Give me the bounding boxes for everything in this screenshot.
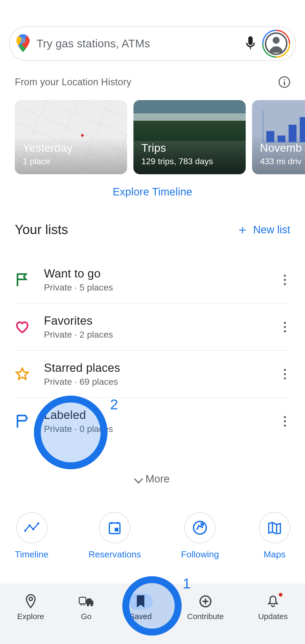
info-icon[interactable] xyxy=(279,76,290,88)
list-item-title: Starred places xyxy=(44,361,265,374)
shortcut-label: Timeline xyxy=(15,549,48,560)
notification-dot-icon xyxy=(279,593,282,597)
timeline-card-trips[interactable]: Trips 129 trips, 783 days xyxy=(133,100,246,174)
list-item-title: Want to go xyxy=(44,267,265,280)
list-item-favorites[interactable]: Favorites Private · 2 places xyxy=(15,303,290,351)
list-item-starred[interactable]: Starred places Private · 69 places xyxy=(15,351,290,398)
nav-updates[interactable]: Updates xyxy=(258,593,288,621)
explore-timeline-link[interactable]: Explore Timeline xyxy=(0,186,305,198)
location-history-caption: From your Location History xyxy=(15,77,131,88)
svg-point-8 xyxy=(194,521,206,534)
card-title: Trips xyxy=(141,142,238,154)
search-input[interactable] xyxy=(37,37,239,50)
flag-icon xyxy=(15,272,30,287)
card-subtitle: 129 trips, 783 days xyxy=(141,156,238,166)
following-icon xyxy=(184,512,216,543)
card-title: Yesterday xyxy=(23,142,119,154)
card-subtitle: 433 mi driv xyxy=(260,156,305,166)
explore-pin-icon xyxy=(25,593,37,609)
nav-label: Updates xyxy=(258,612,288,621)
maps-pin-icon xyxy=(16,34,30,53)
shortcut-label: Following xyxy=(181,549,219,560)
svg-point-12 xyxy=(90,604,93,606)
nav-label: Explore xyxy=(17,612,44,621)
timeline-icon xyxy=(16,512,47,543)
svg-point-1 xyxy=(21,38,25,43)
nav-label: Go xyxy=(81,612,92,621)
heart-icon xyxy=(15,320,30,334)
calendar-icon xyxy=(99,512,130,543)
bar-chart-icon xyxy=(263,111,305,142)
map-icon xyxy=(259,512,290,543)
your-lists-heading: Your lists xyxy=(15,222,68,237)
bell-icon xyxy=(267,593,279,609)
star-icon xyxy=(15,367,30,382)
timeline-cards-row[interactable]: Yesterday 1 place Trips 129 trips, 783 d… xyxy=(15,100,305,174)
chevron-down-icon xyxy=(134,475,143,484)
more-options-button[interactable] xyxy=(280,416,290,427)
shortcut-maps[interactable]: Maps xyxy=(259,512,290,560)
transit-icon xyxy=(79,593,94,609)
list-item-subtitle: Private · 69 places xyxy=(44,377,265,387)
shortcut-reservations[interactable]: Reservations xyxy=(88,512,141,560)
card-title: Novemb xyxy=(260,142,305,154)
voice-search-button[interactable] xyxy=(245,36,256,51)
timeline-card-month[interactable]: Novemb 433 mi driv xyxy=(252,100,305,174)
plus-icon: ＋ xyxy=(236,223,249,236)
svg-point-3 xyxy=(28,524,30,526)
nav-contribute[interactable]: Contribute xyxy=(187,593,224,621)
tutorial-step-number-1: 1 xyxy=(183,575,191,592)
new-list-label: New list xyxy=(253,224,290,236)
nav-go[interactable]: Go xyxy=(79,593,94,621)
tutorial-highlight-1 xyxy=(122,576,182,636)
more-label: More xyxy=(145,473,169,485)
show-more-button[interactable]: More xyxy=(0,473,305,485)
svg-point-11 xyxy=(87,604,89,606)
svg-point-4 xyxy=(32,528,34,530)
more-options-button[interactable] xyxy=(280,369,290,379)
shortcut-following[interactable]: Following xyxy=(181,512,219,560)
more-options-button[interactable] xyxy=(280,275,290,285)
contribute-icon xyxy=(199,593,212,609)
shortcut-timeline[interactable]: Timeline xyxy=(15,512,48,560)
more-options-button[interactable] xyxy=(280,322,290,332)
search-bar[interactable] xyxy=(9,26,296,61)
svg-rect-7 xyxy=(115,528,118,531)
map-pin-icon xyxy=(80,133,84,137)
shortcut-label: Maps xyxy=(263,549,285,560)
list-item-subtitle: Private · 5 places xyxy=(44,282,265,293)
nav-label: Contribute xyxy=(187,612,224,621)
tutorial-step-number-2: 2 xyxy=(110,396,118,413)
timeline-card-yesterday[interactable]: Yesterday 1 place xyxy=(15,100,127,174)
shortcut-label: Reservations xyxy=(88,549,141,560)
shortcut-row: Timeline Reservations Following Maps xyxy=(15,512,290,560)
account-avatar-button[interactable] xyxy=(262,30,290,58)
list-item-subtitle: Private · 2 places xyxy=(44,329,265,340)
list-item-want-to-go[interactable]: Want to go Private · 5 places xyxy=(15,256,290,303)
svg-point-9 xyxy=(29,597,33,601)
tutorial-highlight-2 xyxy=(34,396,107,469)
location-history-header: From your Location History xyxy=(15,76,290,88)
list-item-title: Favorites xyxy=(44,314,265,327)
card-subtitle: 1 place xyxy=(23,156,119,166)
svg-rect-10 xyxy=(79,597,86,604)
nav-explore[interactable]: Explore xyxy=(17,593,44,621)
flag-icon xyxy=(15,414,30,429)
new-list-button[interactable]: ＋ New list xyxy=(236,223,290,236)
